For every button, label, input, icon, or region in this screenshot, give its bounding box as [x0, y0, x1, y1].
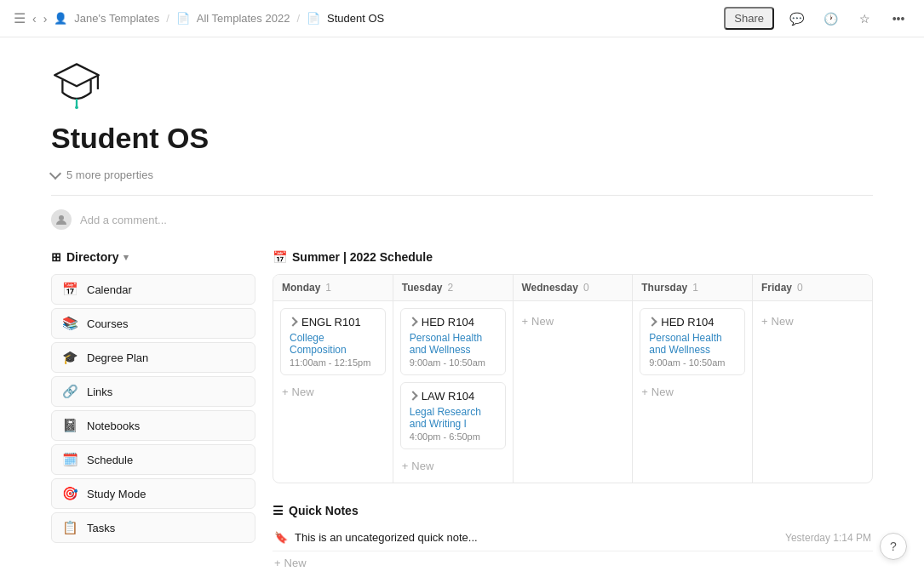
schedule-icon: 🗓️: [62, 452, 78, 467]
add-new-note[interactable]: + New: [273, 551, 873, 574]
chevron-down-icon: [49, 167, 61, 179]
content-grid: ⊞ Directory ▾ 📅 Calendar 📚 Courses 🎓 Deg…: [51, 250, 873, 574]
add-new-wednesday[interactable]: + New: [520, 311, 626, 331]
col-header-thursday: Thursday 1: [633, 275, 752, 301]
add-new-thursday[interactable]: + New: [640, 382, 745, 402]
sidebar-item-study-mode[interactable]: 🎯 Study Mode: [51, 478, 255, 509]
col-monday: Monday 1 ENGL R101 College Composition 1…: [273, 275, 393, 483]
plus-icon-note: +: [274, 557, 281, 569]
sidebar-item-notebooks[interactable]: 📓 Notebooks: [51, 410, 255, 441]
breadcrumb-1[interactable]: Jane's Templates: [74, 12, 159, 25]
plus-icon-thursday: +: [641, 386, 648, 398]
thursday-body: HED R104 Personal Health and Wellness 9:…: [633, 301, 752, 437]
plus-icon-monday: +: [282, 386, 289, 398]
history-icon[interactable]: 🕐: [818, 7, 842, 31]
chevron-right-icon: [288, 317, 297, 326]
breadcrumb-icon2: 📄: [176, 12, 190, 25]
wednesday-label: Wednesday: [522, 282, 578, 294]
share-button[interactable]: Share: [724, 7, 774, 30]
directory-chevron-icon: ▾: [123, 252, 129, 263]
sidebar-item-tasks[interactable]: 📋 Tasks: [51, 512, 255, 543]
menu-icon[interactable]: ☰: [14, 10, 26, 26]
tuesday-body: HED R104 Personal Health and Wellness 9:…: [393, 301, 513, 483]
add-new-wednesday-label: New: [531, 315, 554, 328]
col-wednesday: Wednesday 0 + New: [514, 275, 634, 483]
sidebar-item-links[interactable]: 🔗 Links: [51, 376, 255, 407]
properties-toggle[interactable]: 5 more properties: [51, 169, 873, 181]
event-room-label-t1: HED R104: [422, 316, 474, 328]
comment-placeholder[interactable]: Add a comment...: [80, 214, 167, 226]
breadcrumb-icon1: 👤: [54, 12, 67, 25]
properties-divider: [51, 195, 873, 196]
quick-notes-icon: ☰: [273, 504, 284, 517]
forward-icon[interactable]: ›: [43, 12, 48, 26]
event-room-label-t2: LAW R104: [422, 390, 474, 403]
calendar-grid: Monday 1 ENGL R101 College Composition 1…: [273, 274, 873, 483]
thursday-label: Thursday: [641, 282, 687, 294]
add-new-monday[interactable]: + New: [280, 382, 386, 402]
col-tuesday: Tuesday 2 HED R104 Personal Health and W…: [393, 275, 514, 483]
add-new-friday[interactable]: + New: [760, 311, 865, 331]
event-law-r104[interactable]: LAW R104 Legal Research and Writing I 4:…: [400, 382, 506, 449]
main-area: 📅 Summer | 2022 Schedule Monday 1: [273, 250, 873, 574]
event-room-label-th1: HED R104: [661, 316, 714, 328]
favorite-icon[interactable]: ☆: [852, 7, 876, 31]
breadcrumb-icon3: 📄: [307, 12, 320, 25]
comment-icon[interactable]: 💬: [784, 7, 808, 31]
event-course-tuesday-2: Legal Research and Writing I: [410, 406, 496, 430]
sidebar-item-schedule[interactable]: 🗓️ Schedule: [51, 444, 255, 475]
plus-icon-tuesday: +: [402, 460, 409, 472]
chevron-right-icon-th1: [648, 317, 657, 326]
wednesday-body: + New: [514, 301, 633, 437]
sidebar-label-links: Links: [87, 386, 112, 398]
event-time-monday-1: 11:00am - 12:15pm: [290, 357, 376, 368]
help-button[interactable]: ?: [880, 533, 907, 560]
quick-notes-label: Quick Notes: [289, 504, 359, 517]
event-hed-r104-thu[interactable]: HED R104 Personal Health and Wellness 9:…: [640, 308, 745, 375]
friday-count: 0: [797, 282, 803, 294]
schedule-header-label: Summer | 2022 Schedule: [292, 250, 433, 264]
col-header-friday: Friday 0: [753, 275, 872, 301]
sidebar-label-calendar: Calendar: [87, 283, 132, 296]
schedule-header: 📅 Summer | 2022 Schedule: [273, 250, 873, 264]
col-header-monday: Monday 1: [273, 275, 393, 301]
directory-header[interactable]: ⊞ Directory ▾: [51, 250, 255, 264]
svg-point-3: [75, 106, 78, 109]
back-icon[interactable]: ‹: [32, 12, 37, 26]
main-content: Student OS 5 more properties Add a comme…: [0, 37, 924, 577]
tuesday-count: 2: [448, 282, 454, 294]
notebooks-icon: 📓: [62, 418, 78, 433]
sidebar-item-courses[interactable]: 📚 Courses: [51, 308, 255, 339]
sidebar: ⊞ Directory ▾ 📅 Calendar 📚 Courses 🎓 Deg…: [51, 250, 255, 574]
event-course-thursday-1: Personal Health and Wellness: [649, 332, 736, 356]
avatar: [51, 209, 72, 230]
col-header-wednesday: Wednesday 0: [514, 275, 633, 301]
chevron-right-icon-t1: [408, 317, 417, 326]
col-header-tuesday: Tuesday 2: [393, 275, 513, 301]
breadcrumb: ☰ ‹ › 👤 Jane's Templates / 📄 All Templat…: [14, 10, 384, 26]
event-time-thursday-1: 9:00am - 10:50am: [649, 357, 736, 368]
breadcrumb-sep1: /: [166, 12, 169, 25]
event-engl-r101[interactable]: ENGL R101 College Composition 11:00am - …: [280, 308, 386, 375]
more-icon[interactable]: •••: [887, 7, 910, 31]
add-new-tuesday[interactable]: + New: [400, 456, 506, 476]
breadcrumb-2[interactable]: All Templates 2022: [197, 12, 290, 25]
event-time-tuesday-2: 4:00pm - 6:50pm: [410, 431, 496, 442]
quick-note-item-1[interactable]: 🔖 This is an uncategorized quick note...…: [273, 524, 873, 551]
sidebar-label-courses: Courses: [87, 317, 128, 330]
event-hed-r104-tue[interactable]: HED R104 Personal Health and Wellness 9:…: [400, 308, 506, 375]
event-course-tuesday-1: Personal Health and Wellness: [410, 332, 496, 356]
monday-count: 1: [325, 282, 331, 294]
breadcrumb-3: Student OS: [327, 12, 384, 25]
sidebar-item-calendar[interactable]: 📅 Calendar: [51, 274, 255, 305]
directory-icon: ⊞: [51, 250, 61, 264]
event-room-thursday-1: HED R104: [649, 316, 736, 328]
add-new-friday-label: New: [772, 315, 794, 328]
schedule-header-icon: 📅: [273, 250, 287, 264]
page-title: Student OS: [51, 122, 873, 155]
sidebar-item-degree-plan[interactable]: 🎓 Degree Plan: [51, 342, 255, 373]
calendar-icon: 📅: [62, 282, 78, 297]
page-icon: [51, 58, 873, 111]
quick-note-timestamp-1: Yesterday 1:14 PM: [785, 532, 871, 544]
event-room-monday-1: ENGL R101: [290, 316, 376, 328]
